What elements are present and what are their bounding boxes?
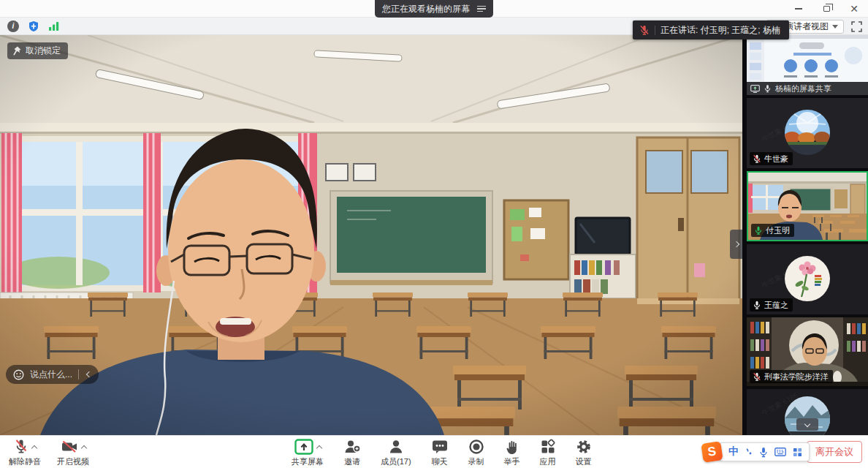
scroll-more-participants-button[interactable] [796,418,818,431]
ime-punctuation-toggle[interactable] [745,448,753,456]
camera-options-chevron[interactable] [80,445,86,450]
ime-keyboard-icon[interactable] [774,448,786,456]
members-label: 成员(17) [381,456,411,467]
minimize-icon [795,8,802,10]
screen-share-preview [747,35,868,82]
raise-hand-label: 举手 [504,456,520,467]
mic-muted-icon [753,372,761,381]
screen-share-label: 杨楠的屏幕共享 [775,83,831,94]
unmute-button[interactable]: 解除静音 [9,438,41,467]
chevron-down-icon [804,420,810,426]
ime-panel: 中 [719,442,810,461]
speaking-toast-text: 正在讲话: 付玉明; 王蕴之; 杨楠 [660,24,780,37]
participant-name: 牛世豪 [764,154,788,165]
emoji-icon[interactable] [13,369,24,380]
participant-name: 付玉明 [766,225,790,236]
close-button[interactable]: ✕ [840,0,868,18]
screen-share-icon [750,85,760,93]
participant-name: 王蕴之 [764,300,788,311]
apps-button[interactable]: 应用 [540,438,556,467]
participant-name: 刑事法学院步洋洋 [764,371,829,382]
bottom-toolbar: 解除静音 开启视频 共享屏幕 [0,435,868,468]
participant-tile-buyangyang[interactable]: 刑事法学院步洋洋 [747,317,868,386]
invite-label: 邀请 [344,456,360,467]
record-button[interactable]: 录制 [468,438,484,467]
banner-menu-icon[interactable] [477,6,486,12]
members-icon [388,439,404,455]
ime-voice-icon[interactable] [759,447,768,458]
network-signal-icon[interactable] [48,21,60,31]
maximize-icon [823,6,830,12]
avatar [785,110,830,155]
settings-label: 设置 [576,456,592,467]
camera-off-icon [61,439,78,454]
screen-share-tile[interactable]: 杨楠的屏幕共享 [747,35,868,95]
sidebar-collapse-handle[interactable] [730,230,742,259]
share-options-chevron[interactable] [316,445,321,450]
members-button[interactable]: 成员(17) [381,438,411,467]
participant-name-chip: 付玉明 [751,224,794,237]
chat-divider [78,369,79,380]
unpin-label: 取消锁定 [26,45,61,57]
participant-tile-niushihao[interactable]: 牛世豪 6185 牛世豪 [747,98,868,168]
participant-name-chip: 刑事法学院步洋洋 [750,370,833,383]
caret-down-icon [832,25,838,29]
start-video-button[interactable]: 开启视频 [57,438,89,467]
chat-label: 聊天 [432,456,448,467]
meeting-window: 您正在观看杨楠的屏幕 ✕ i 56 演讲者视图 [0,0,868,468]
toast-divider [655,26,655,35]
mic-active-icon [754,226,763,235]
settings-button[interactable]: 设置 [576,438,592,467]
leave-meeting-button[interactable]: 离开会议 [807,441,862,463]
mic-options-chevron[interactable] [31,445,37,450]
quick-chat-bar[interactable]: 说点什么... [6,365,99,384]
share-screen-button[interactable]: 共享屏幕 [292,438,324,467]
unmute-label: 解除静音 [9,456,41,467]
raise-hand-button[interactable]: 举手 [504,438,520,467]
screen-share-label-bar: 杨楠的屏幕共享 [747,82,868,95]
ime-toolbar: S 中 [702,442,810,461]
titlebar: 您正在观看杨楠的屏幕 ✕ [0,0,868,18]
view-mode-label: 演讲者视图 [785,20,829,33]
participant-name-chip: 牛世豪 [750,152,793,165]
chat-button[interactable]: 聊天 [431,438,449,467]
chat-icon [431,439,449,455]
meeting-info-icon[interactable]: i [7,20,19,32]
fullscreen-icon[interactable] [851,21,862,32]
apps-icon [540,439,556,455]
pin-icon [12,46,21,56]
sogou-input-icon[interactable]: S [701,441,723,463]
mic-muted-icon [639,25,650,35]
participant-tile-more[interactable]: 牛世豪 6185 [747,389,868,435]
participant-tile-fuyuming[interactable]: 付玉明 [747,171,868,241]
avatar [785,256,830,301]
ime-toolbox-icon[interactable] [793,448,802,457]
window-controls: ✕ [785,0,868,18]
ime-language-toggle[interactable]: 中 [728,445,739,458]
settings-gear-icon [576,439,592,455]
speaking-toast: 正在讲话: 付玉明; 王蕴之; 杨楠 [633,20,789,39]
mic-on-icon [764,84,772,93]
main-video-stage: 取消锁定 说点什么... [0,35,742,435]
invite-button[interactable]: 邀请 [343,438,361,467]
participant-tile-wangyunzhi[interactable]: 牛世豪 6185 王蕴之 [747,244,868,314]
maximize-button[interactable] [812,0,840,18]
close-icon: ✕ [850,4,859,14]
invite-icon [343,439,361,455]
chevron-right-icon [733,241,739,247]
mic-muted-icon [753,154,761,163]
screen-watch-banner: 您正在观看杨楠的屏幕 [375,0,493,18]
security-shield-icon[interactable] [28,20,39,32]
chevron-left-icon[interactable] [86,371,92,377]
raise-hand-icon [505,439,519,455]
window-title: 您正在观看杨楠的屏幕 [382,3,470,15]
mic-muted-icon [14,439,28,455]
chat-placeholder: 说点什么... [30,369,72,381]
classroom-virtual-background [0,35,742,435]
minimize-button[interactable] [785,0,812,18]
participants-sidebar: 杨楠的屏幕共享 牛世豪 6185 牛世豪 [747,35,868,435]
apps-label: 应用 [540,456,556,467]
record-label: 录制 [468,456,484,467]
participant-name-chip: 王蕴之 [750,298,793,312]
unpin-button[interactable]: 取消锁定 [7,42,68,59]
